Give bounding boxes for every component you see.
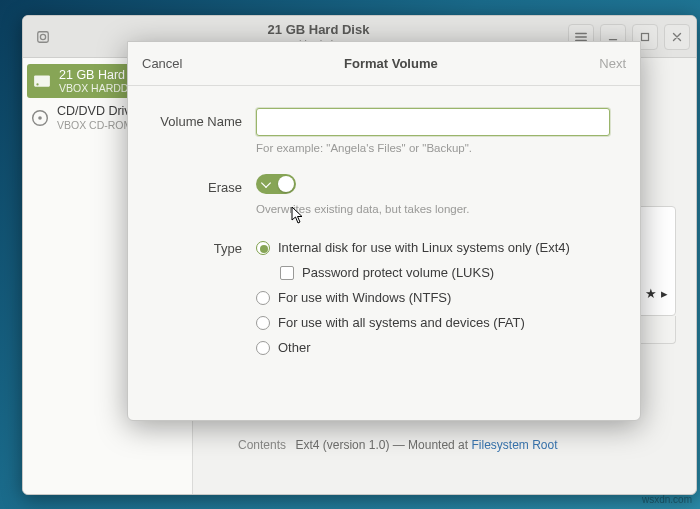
- svg-rect-0: [38, 31, 49, 42]
- svg-rect-3: [34, 76, 50, 87]
- svg-point-1: [40, 34, 45, 39]
- sidebar-item-sub: VBOX CD-ROM: [57, 119, 138, 131]
- type-option-label: For use with Windows (NTFS): [278, 290, 451, 305]
- dialog-body: Volume Name For example: "Angela's Files…: [128, 86, 640, 420]
- radio-icon: [256, 241, 270, 255]
- sidebar-item-title: CD/DVD Drive: [57, 104, 138, 118]
- watermark: wsxdn.com: [642, 494, 692, 505]
- dialog-header: Cancel Format Volume Next: [128, 42, 640, 86]
- erase-toggle[interactable]: [256, 174, 296, 194]
- app-menu-icon[interactable]: [29, 23, 57, 51]
- disc-icon: [31, 109, 49, 127]
- type-option-ext4[interactable]: Internal disk for use with Linux systems…: [256, 235, 610, 260]
- erase-label: Erase: [158, 174, 256, 195]
- erase-hint: Overwrites existing data, but takes long…: [256, 203, 610, 215]
- type-option-other[interactable]: Other: [256, 335, 610, 360]
- filesystem-root-link[interactable]: Filesystem Root: [471, 438, 557, 452]
- svg-point-6: [38, 116, 42, 120]
- volume-name-input[interactable]: [256, 108, 610, 136]
- harddisk-icon: [33, 72, 51, 90]
- volume-name-row: Volume Name For example: "Angela's Files…: [158, 108, 610, 154]
- radio-icon: [256, 341, 270, 355]
- type-option-label: Password protect volume (LUKS): [302, 265, 494, 280]
- type-options: Internal disk for use with Linux systems…: [256, 235, 610, 360]
- erase-row: Erase Overwrites existing data, but take…: [158, 174, 610, 215]
- contents-value: Ext4 (version 1.0) — Mounted at: [295, 438, 471, 452]
- checkbox-icon: [280, 266, 294, 280]
- type-option-label: For use with all systems and devices (FA…: [278, 315, 525, 330]
- radio-icon: [256, 316, 270, 330]
- volume-name-label: Volume Name: [158, 108, 256, 129]
- format-volume-dialog: Cancel Format Volume Next Volume Name Fo…: [127, 41, 641, 421]
- type-option-fat[interactable]: For use with all systems and devices (FA…: [256, 310, 610, 335]
- cancel-button[interactable]: Cancel: [142, 56, 182, 71]
- volume-name-hint: For example: "Angela's Files" or "Backup…: [256, 142, 610, 154]
- window-title: 21 GB Hard Disk: [69, 22, 568, 38]
- close-button[interactable]: [664, 24, 690, 50]
- next-button[interactable]: Next: [599, 56, 626, 71]
- type-option-luks[interactable]: Password protect volume (LUKS): [280, 260, 610, 285]
- svg-point-4: [36, 83, 38, 85]
- dialog-title: Format Volume: [182, 56, 599, 71]
- radio-icon: [256, 291, 270, 305]
- type-row: Type Internal disk for use with Linux sy…: [158, 235, 610, 360]
- type-option-ntfs[interactable]: For use with Windows (NTFS): [256, 285, 610, 310]
- volume-star-button[interactable]: ★ ▸: [645, 286, 668, 301]
- contents-label: Contents: [238, 438, 286, 452]
- svg-rect-2: [642, 33, 649, 40]
- type-option-label: Other: [278, 340, 311, 355]
- contents-row: Contents Ext4 (version 1.0) — Mounted at…: [238, 438, 558, 452]
- type-option-label: Internal disk for use with Linux systems…: [278, 240, 570, 255]
- type-label: Type: [158, 235, 256, 256]
